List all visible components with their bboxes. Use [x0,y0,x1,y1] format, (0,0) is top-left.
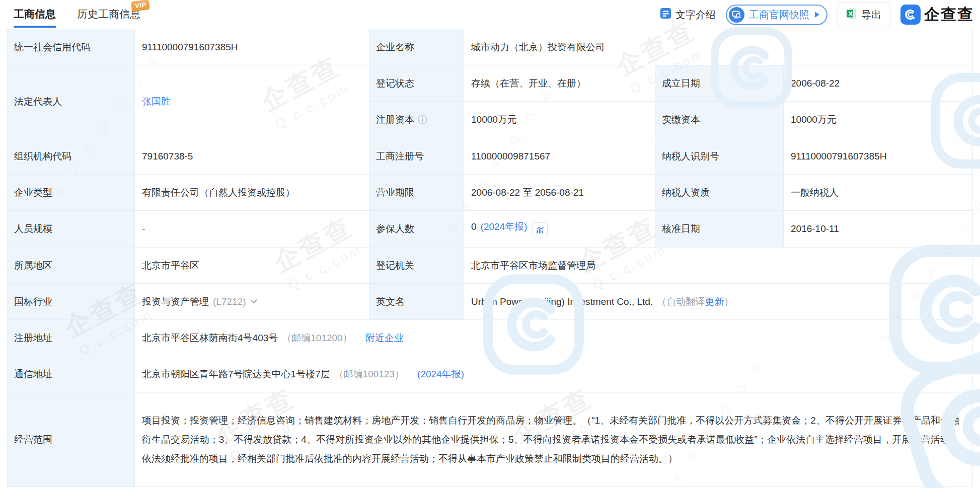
mail-address-value: 北京市朝阳区青年路7号院达美中心1号楼7层（邮编100123）(2024年报) [135,356,973,392]
auto-translate-note: （自动翻译 [657,296,705,307]
snapshot-icon [729,7,744,23]
table-row: 企业类型 有限责任公司（自然人投资或控股） 营业期限 2006-08-22 至 … [8,175,973,211]
biz-reg-no-label: 工商注册号 [369,138,464,175]
table-row: 组织机构代码 79160738-5 工商注册号 110000009871567 … [8,138,973,175]
english-name-text: Urban Power (Beijing) Investment Co., Lt… [471,296,653,307]
reg-authority-value: 北京市平谷区市场监督管理局 [464,248,973,284]
company-type-label: 企业类型 [8,175,135,211]
company-type-value: 有限责任公司（自然人投资或控股） [135,175,369,211]
vip-badge: VIP [131,0,150,12]
region-value: 北京市平谷区 [135,248,369,284]
qcc-logo[interactable]: 企查查 [900,4,974,25]
translate-update-link[interactable]: 更新 [705,296,724,307]
industry-code: (L7212) [213,296,246,307]
reg-status-value: 存续（在营、开业、在册） [464,65,655,102]
establish-date-value: 2006-08-22 [784,65,973,102]
table-row: 所属地区 北京市平谷区 登记机关 北京市平谷区市场监督管理局 [8,248,973,284]
tab-history-info[interactable]: 历史工商信息 VIP [77,7,140,28]
biz-scope-value: 项目投资；投资管理；经济信息咨询；销售建筑材料；房地产开发；销售自行开发的商品房… [135,392,973,487]
excel-icon [847,8,857,22]
toolbar: 文字介绍 工商官网快照 导出 企查查 [660,3,974,26]
table-row: 注册地址 北京市平谷区林荫南街4号403号（邮编101200）附近企业 [8,320,973,356]
chevron-down-icon[interactable] [250,299,257,304]
legal-rep-label: 法定代表人 [8,65,135,138]
table-row: 法定代表人 张国胜 登记状态 存续（在营、开业、在册） 成立日期 2006-08… [8,65,973,102]
industry-label: 国标行业 [8,284,135,320]
taxpayer-id-value: 91110000791607385H [784,138,973,175]
insured-count: 0 [471,221,477,232]
industry-name: 投资与资产管理 [142,296,209,307]
insured-annual-report-link[interactable]: (2024年报) [481,221,527,232]
approval-date-value: 2016-10-11 [784,211,973,248]
text-intro-label: 文字介绍 [675,8,716,22]
qcc-logo-icon [900,5,921,25]
biz-term-value: 2006-08-22 至 2056-08-21 [464,175,655,211]
top-bar: 工商信息 历史工商信息 VIP 文字介绍 工商官网快照 [0,0,980,29]
business-info-page: 工商信息 历史工商信息 VIP 文字介绍 工商官网快照 [0,0,980,488]
text-intro-button[interactable]: 文字介绍 [660,8,716,22]
reg-address-value: 北京市平谷区林荫南街4号403号（邮编101200）附近企业 [135,320,973,356]
taxpayer-quality-value: 一般纳税人 [784,175,973,211]
arrow-right-icon [815,12,819,18]
approval-date-label: 核准日期 [655,211,784,248]
mail-address-label: 通信地址 [8,356,135,392]
text-intro-icon [660,8,671,21]
mail-annual-report-link[interactable]: (2024年报) [417,369,464,379]
credit-code-value: 91110000791607385H [135,29,369,65]
region-label: 所属地区 [8,248,135,284]
table-row: 通信地址 北京市朝阳区青年路7号院达美中心1号楼7层（邮编100123）(202… [8,356,973,392]
staff-size-label: 人员规模 [8,211,135,248]
export-button[interactable]: 导出 [838,3,890,27]
english-name-label: 英文名 [369,284,464,320]
table-row: 国标行业 投资与资产管理(L7212) 英文名 Urban Power (Bei… [8,284,973,320]
snapshot-label: 工商官网快照 [749,8,809,22]
industry-value: 投资与资产管理(L7212) [135,284,369,320]
paid-capital-label: 实缴资本 [655,102,784,138]
taxpayer-id-label: 纳税人识别号 [655,138,784,175]
tab-history-label: 历史工商信息 [77,8,140,20]
english-name-value: Urban Power (Beijing) Investment Co., Lt… [464,284,973,320]
reg-capital-value: 10000万元 [464,102,655,138]
insured-label: 参保人数 [369,211,464,248]
mail-address-text: 北京市朝阳区青年路7号院达美中心1号楼7层 [142,369,330,379]
taxpayer-quality-label: 纳税人资质 [655,175,784,211]
tab-strip: 工商信息 历史工商信息 VIP [14,0,140,28]
export-label: 导出 [861,8,881,22]
staff-size-value: - [135,211,369,248]
biz-scope-label: 经营范围 [8,392,135,487]
nearby-companies-link[interactable]: 附近企业 [365,333,404,343]
reg-address-text: 北京市平谷区林荫南街4号403号 [142,333,278,343]
biz-reg-no-value: 110000009871567 [464,138,655,175]
reg-address-label: 注册地址 [8,320,135,356]
table-row: 经营范围 项目投资；投资管理；经济信息咨询；销售建筑材料；房地产开发；销售自行开… [8,392,973,487]
org-code-value: 79160738-5 [135,138,369,175]
legal-rep-link[interactable]: 张国胜 [142,96,171,107]
org-code-label: 组织机构代码 [8,138,135,175]
reg-address-zip: （邮编101200） [282,333,352,343]
snapshot-button[interactable]: 工商官网快照 [726,5,827,25]
mail-address-zip: （邮编100123） [334,369,404,379]
tab-business-info[interactable]: 工商信息 [14,7,56,28]
credit-code-label: 统一社会信用代码 [8,29,135,65]
biz-term-label: 营业期限 [369,175,464,211]
table-row: 统一社会信用代码 91110000791607385H 企业名称 城市动力（北京… [8,29,973,65]
company-name-label: 企业名称 [369,29,464,65]
insured-trend-chart-button[interactable] [533,222,548,237]
legal-rep-value: 张国胜 [135,65,369,138]
business-info-table: 统一社会信用代码 91110000791607385H 企业名称 城市动力（北京… [7,29,973,487]
reg-capital-label: 注册资本 [369,102,464,138]
company-name-value: 城市动力（北京）投资有限公司 [464,29,973,65]
reg-authority-label: 登记机关 [369,248,464,284]
paid-capital-value: 10000万元 [784,102,973,138]
qcc-logo-text: 企查查 [924,4,974,25]
insured-value: 0(2024年报) [464,211,655,248]
table-row: 人员规模 - 参保人数 0(2024年报) 核准日期 2016-10-11 [8,211,973,248]
info-icon[interactable] [418,115,427,124]
reg-status-label: 登记状态 [369,65,464,102]
establish-date-label: 成立日期 [655,65,784,102]
